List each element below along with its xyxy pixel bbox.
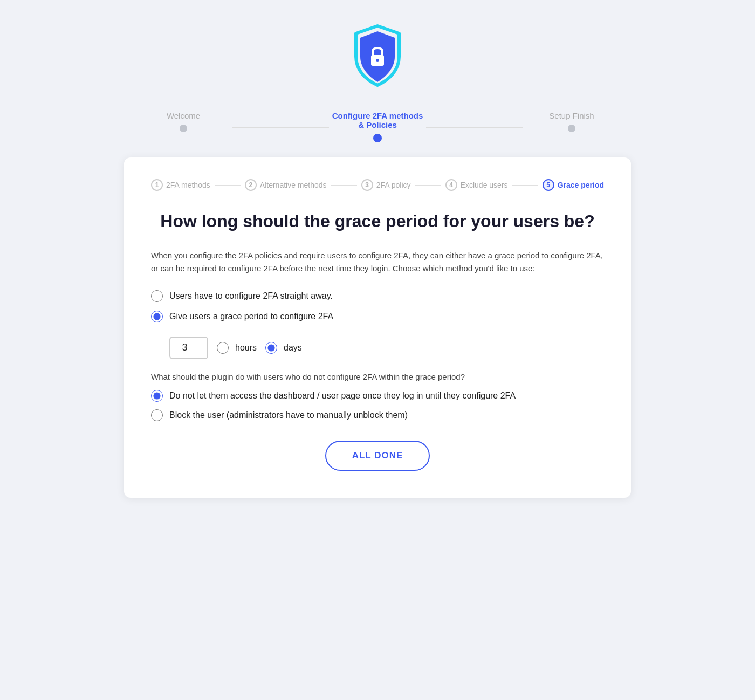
option-straight-away[interactable]: Users have to configure 2FA straight awa… (151, 290, 604, 302)
option-straight-away-label: Users have to configure 2FA straight awa… (169, 291, 333, 301)
page-description: When you configure the 2FA policies and … (151, 249, 604, 275)
wizard-step-label-finish: Setup Finish (549, 111, 594, 120)
sub-step-label-1: 2FA methods (166, 181, 210, 189)
sub-step-num-3: 3 (361, 179, 373, 191)
unit-days-option[interactable]: days (265, 342, 302, 354)
wizard-line-2 (426, 127, 523, 128)
shield-logo-icon (345, 22, 410, 92)
radio-grace-period[interactable] (151, 311, 163, 322)
sub-step-num-4: 4 (445, 179, 457, 191)
radio-hours[interactable] (217, 342, 229, 354)
wizard-line-1 (232, 127, 329, 128)
sub-step-alt-methods[interactable]: 2 Alternative methods (245, 179, 327, 191)
option-grace-period-label: Give users a grace period to configure 2… (169, 312, 333, 321)
wizard-step-dot-configure (373, 134, 382, 142)
sub-step-label-3: 2FA policy (376, 181, 411, 189)
sub-options-group: Do not let them access the dashboard / u… (151, 390, 604, 421)
sub-option-block-dashboard-label: Do not let them access the dashboard / u… (169, 391, 516, 401)
sub-steps-nav: 1 2FA methods 2 Alternative methods 3 2F… (151, 179, 604, 191)
unit-hours-option[interactable]: hours (217, 342, 257, 354)
svg-point-1 (376, 59, 379, 62)
radio-straight-away[interactable] (151, 290, 163, 302)
wizard-step-finish[interactable]: Setup Finish (523, 111, 620, 132)
sub-step-divider-3 (415, 185, 441, 186)
wizard-step-label-welcome: Welcome (167, 111, 200, 120)
grace-number-input[interactable] (169, 337, 208, 359)
sub-option-block-dashboard[interactable]: Do not let them access the dashboard / u… (151, 390, 604, 402)
wizard-step-configure[interactable]: Configure 2FA methods & Policies (329, 111, 426, 142)
wizard-steps: Welcome Configure 2FA methods & Policies… (135, 111, 620, 142)
sub-option-block-user[interactable]: Block the user (administrators have to m… (151, 409, 604, 421)
wizard-step-dot-finish (568, 125, 575, 132)
main-card: 1 2FA methods 2 Alternative methods 3 2F… (124, 157, 631, 498)
sub-step-num-5: 5 (543, 179, 554, 191)
radio-block-user[interactable] (151, 409, 163, 421)
sub-step-label-4: Exclude users (461, 181, 508, 189)
sub-step-num-1: 1 (151, 179, 163, 191)
all-done-button[interactable]: ALL DONE (325, 441, 430, 471)
sub-step-grace-period[interactable]: 5 Grace period (543, 179, 604, 191)
radio-days[interactable] (265, 342, 277, 354)
wizard-step-label-configure: Configure 2FA methods & Policies (329, 111, 426, 129)
wizard-step-welcome[interactable]: Welcome (135, 111, 232, 132)
sub-step-num-2: 2 (245, 179, 257, 191)
grace-controls: hours days (169, 337, 604, 359)
sub-step-exclude-users[interactable]: 4 Exclude users (445, 179, 508, 191)
sub-option-block-user-label: Block the user (administrators have to m… (169, 410, 408, 420)
option-grace-period[interactable]: Give users a grace period to configure 2… (151, 311, 604, 322)
radio-block-dashboard[interactable] (151, 390, 163, 402)
sub-step-2fa-policy[interactable]: 3 2FA policy (361, 179, 411, 191)
wizard-step-dot-welcome (180, 125, 187, 132)
sub-step-label-2: Alternative methods (260, 181, 327, 189)
sub-step-divider-4 (512, 185, 538, 186)
unit-days-label: days (284, 343, 302, 353)
sub-step-divider-1 (215, 185, 241, 186)
main-options-group: Users have to configure 2FA straight awa… (151, 290, 604, 359)
unit-hours-label: hours (235, 343, 257, 353)
sub-step-label-5: Grace period (558, 181, 604, 189)
sub-step-divider-2 (331, 185, 357, 186)
logo-area (345, 22, 410, 92)
sub-step-2fa-methods[interactable]: 1 2FA methods (151, 179, 210, 191)
sub-question: What should the plugin do with users who… (151, 372, 604, 381)
page-title: How long should the grace period for you… (151, 210, 604, 233)
